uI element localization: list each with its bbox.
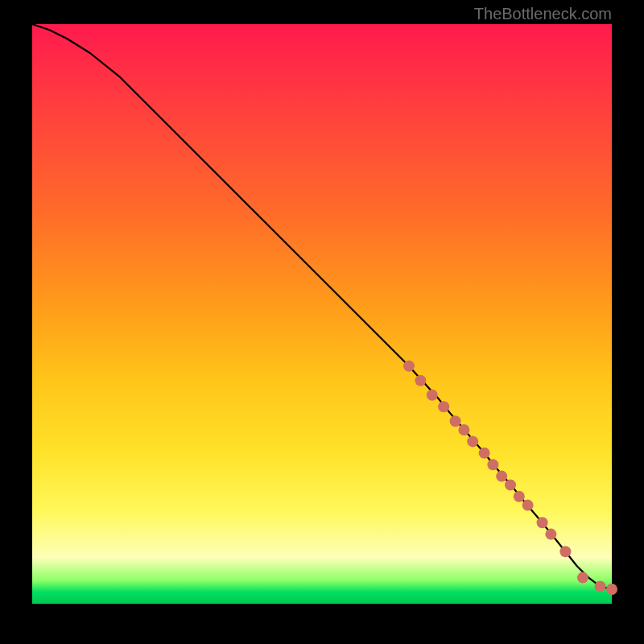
scatter-point [537,517,548,528]
chart-frame: TheBottleneck.com [0,0,644,644]
scatter-point [522,500,534,511]
scatter-point [514,491,525,502]
scatter-points [403,361,617,595]
scatter-point [505,479,516,490]
scatter-point [577,572,588,584]
scatter-point [496,471,507,482]
scatter-point [403,361,415,372]
scatter-point [450,415,461,427]
scatter-point [606,584,617,595]
scatter-point [545,529,556,540]
scatter-point [458,424,469,436]
scatter-point [467,436,478,447]
curve-layer [32,24,612,604]
scatter-point [559,546,571,557]
plot-area [32,24,612,604]
scatter-point [487,459,498,470]
scatter-point [427,390,438,401]
scatter-point [595,580,606,592]
scatter-point [479,448,490,459]
scatter-point [438,401,449,412]
scatter-point [415,375,426,386]
attribution-label: TheBottleneck.com [474,5,612,23]
